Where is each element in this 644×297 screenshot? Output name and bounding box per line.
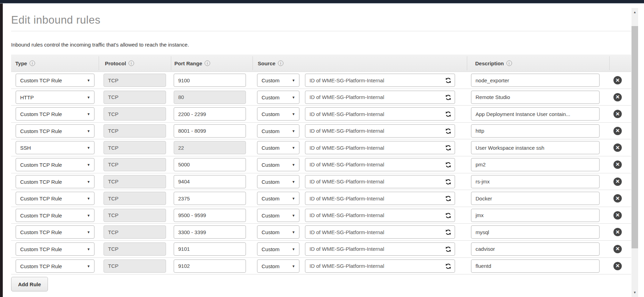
type-select[interactable]: Custom TCP Rule ▼ <box>16 124 94 138</box>
source-mode-select[interactable]: Custom ▼ <box>257 175 299 188</box>
description-input[interactable] <box>471 242 600 256</box>
source-mode-value: Custom <box>262 128 280 134</box>
port-range-input[interactable] <box>174 209 246 222</box>
refresh-icon <box>445 179 452 185</box>
delete-rule-button[interactable]: × <box>613 228 622 236</box>
chevron-down-icon: ▼ <box>292 79 295 82</box>
port-range-input[interactable] <box>174 192 246 205</box>
source-input[interactable] <box>305 124 455 138</box>
source-mode-value: Custom <box>262 145 280 151</box>
port-range-input[interactable] <box>174 74 246 87</box>
description-input[interactable] <box>471 158 600 171</box>
type-select[interactable]: Custom TCP Rule ▼ <box>16 107 94 121</box>
chevron-down-icon: ▼ <box>292 163 295 166</box>
info-icon[interactable]: i <box>506 60 512 66</box>
source-mode-select[interactable]: Custom ▼ <box>257 107 299 121</box>
type-select[interactable]: Custom TCP Rule ▼ <box>16 209 94 222</box>
delete-rule-button[interactable]: × <box>613 178 622 186</box>
delete-rule-button[interactable]: × <box>613 93 622 101</box>
refresh-icon <box>445 195 452 202</box>
info-icon[interactable]: i <box>129 60 134 66</box>
protocol-input <box>104 242 166 256</box>
type-select-value: Custom TCP Rule <box>20 229 62 235</box>
source-mode-select[interactable]: Custom ▼ <box>257 158 299 171</box>
description-input[interactable] <box>471 107 600 121</box>
type-select[interactable]: Custom TCP Rule ▼ <box>16 158 94 171</box>
info-icon[interactable]: i <box>30 60 35 66</box>
delete-rule-button[interactable]: × <box>613 211 622 220</box>
source-mode-value: Custom <box>262 229 280 235</box>
info-icon[interactable]: i <box>205 60 210 66</box>
type-select[interactable]: Custom TCP Rule ▼ <box>16 175 94 188</box>
delete-rule-button[interactable]: × <box>613 262 622 270</box>
description-input[interactable] <box>471 225 600 239</box>
source-mode-select[interactable]: Custom ▼ <box>257 242 299 256</box>
port-range-input[interactable] <box>174 124 246 138</box>
description-input[interactable] <box>471 175 600 188</box>
port-range-input[interactable] <box>174 158 246 171</box>
rule-row: SSH ▼ Custom ▼ × <box>11 139 631 156</box>
source-mode-select[interactable]: Custom ▼ <box>257 124 299 138</box>
type-select[interactable]: Custom TCP Rule ▼ <box>16 259 94 273</box>
source-input[interactable] <box>305 209 455 222</box>
type-select[interactable]: Custom TCP Rule ▼ <box>16 192 94 205</box>
source-mode-value: Custom <box>262 94 280 100</box>
description-input[interactable] <box>471 124 600 138</box>
description-input[interactable] <box>471 209 600 222</box>
source-input[interactable] <box>305 175 455 188</box>
source-input[interactable] <box>305 259 455 273</box>
source-input[interactable] <box>305 91 455 104</box>
port-range-input[interactable] <box>174 242 246 256</box>
delete-rule-button[interactable]: × <box>613 110 622 118</box>
page-subtitle: Inbound rules control the incoming traff… <box>11 42 189 48</box>
description-input[interactable] <box>471 74 600 87</box>
source-input[interactable] <box>305 158 455 171</box>
delete-rule-button[interactable]: × <box>613 194 622 203</box>
protocol-input <box>104 192 166 205</box>
type-select[interactable]: SSH ▼ <box>16 141 94 154</box>
delete-rule-button[interactable]: × <box>613 245 622 253</box>
delete-rule-button[interactable]: × <box>613 127 622 135</box>
scrollbar[interactable]: ▲ ▼ <box>631 8 638 297</box>
description-input[interactable] <box>471 259 600 273</box>
chevron-down-icon: ▼ <box>292 197 295 200</box>
source-mode-select[interactable]: Custom ▼ <box>257 259 299 273</box>
info-icon[interactable]: i <box>278 60 283 66</box>
source-input[interactable] <box>305 74 455 87</box>
scroll-up-icon[interactable]: ▲ <box>631 9 638 15</box>
source-input[interactable] <box>305 192 455 205</box>
protocol-input <box>104 175 166 188</box>
delete-rule-button[interactable]: × <box>613 76 622 84</box>
source-mode-select[interactable]: Custom ▼ <box>257 141 299 154</box>
scroll-down-icon[interactable]: ▼ <box>631 289 638 296</box>
source-input[interactable] <box>305 242 455 256</box>
source-mode-select[interactable]: Custom ▼ <box>257 209 299 222</box>
description-input[interactable] <box>471 192 600 205</box>
description-input[interactable] <box>471 141 600 154</box>
source-input[interactable] <box>305 107 455 121</box>
source-mode-select[interactable]: Custom ▼ <box>257 225 299 239</box>
port-range-input[interactable] <box>174 259 246 273</box>
port-range-input[interactable] <box>174 175 246 188</box>
refresh-icon <box>445 212 452 219</box>
type-select[interactable]: HTTP ▼ <box>16 91 94 104</box>
source-input[interactable] <box>305 141 455 154</box>
source-mode-select[interactable]: Custom ▼ <box>257 192 299 205</box>
delete-rule-button[interactable]: × <box>613 143 622 152</box>
add-rule-button[interactable]: Add Rule <box>11 277 48 291</box>
type-select-value: Custom TCP Rule <box>20 246 62 252</box>
port-range-input[interactable] <box>174 107 246 121</box>
delete-rule-button[interactable]: × <box>613 160 622 169</box>
type-select[interactable]: Custom TCP Rule ▼ <box>16 242 94 256</box>
type-select-value: HTTP <box>20 94 34 100</box>
source-input[interactable] <box>305 225 455 239</box>
description-input[interactable] <box>471 91 600 104</box>
source-mode-select[interactable]: Custom ▼ <box>257 91 299 104</box>
source-mode-select[interactable]: Custom ▼ <box>257 74 299 87</box>
type-select[interactable]: Custom TCP Rule ▼ <box>16 225 94 239</box>
port-range-input[interactable] <box>174 225 246 239</box>
refresh-icon <box>445 246 452 253</box>
scrollbar-thumb[interactable] <box>631 26 638 248</box>
protocol-input <box>104 158 166 171</box>
type-select[interactable]: Custom TCP Rule ▼ <box>16 74 94 87</box>
